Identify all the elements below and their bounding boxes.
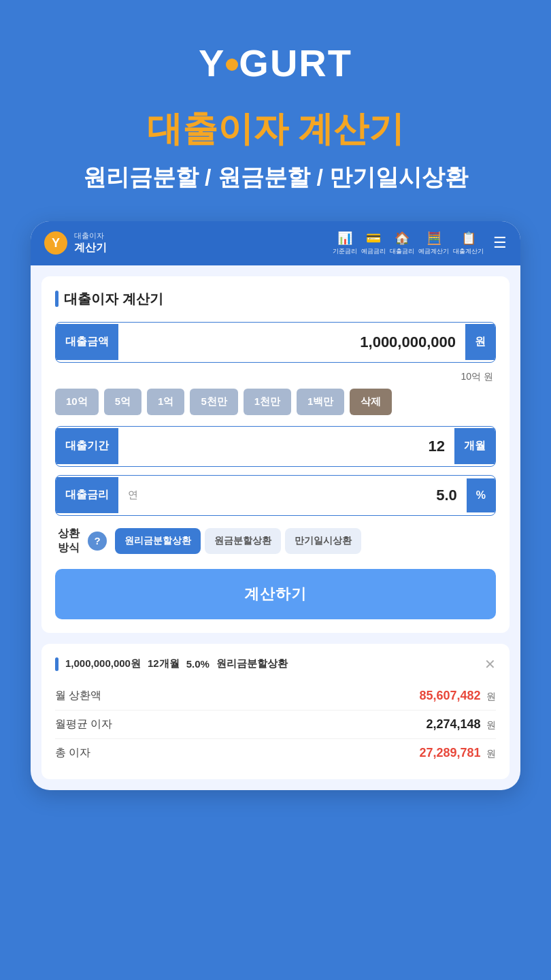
loan-calc-label: 대출계산기 — [453, 247, 484, 256]
result-section: 1,000,000,000원 12개월 5.0% 원리금분할상환 ✕ 월 상환액… — [41, 644, 510, 779]
amount-label: 대출금액 — [56, 324, 118, 360]
period-row: 대출기간 개월 — [55, 426, 496, 467]
repayment-help-button[interactable]: ? — [88, 532, 107, 551]
result-value-total-interest: 27,289,781 — [419, 746, 480, 760]
result-label-monthly: 월 상환액 — [55, 689, 101, 703]
calculate-button[interactable]: 계산하기 — [55, 569, 496, 619]
amount-row: 대출금액 원 — [55, 322, 496, 363]
quick-btn-5chun[interactable]: 5천만 — [190, 389, 237, 415]
result-summary-amount: 1,000,000,000원 — [65, 657, 141, 670]
result-summary-period: 12개월 — [148, 657, 180, 670]
card: Y 대출이자 계산기 📊 기준금리 💳 예금금리 🏠 대출금리 🧮 예금계산기 — [31, 221, 520, 790]
amount-input[interactable] — [118, 323, 465, 362]
quick-btn-1baek[interactable]: 1백만 — [297, 389, 344, 415]
main-title: 대출이자 계산기 — [83, 105, 469, 153]
logo: YGURT — [199, 41, 352, 85]
quick-btn-delete[interactable]: 삭제 — [350, 389, 392, 415]
repayment-label: 상환 방식 — [58, 527, 80, 555]
logo-section: YGURT — [199, 41, 352, 85]
amount-unit: 원 — [465, 324, 495, 360]
app-header-left: Y 대출이자 계산기 — [44, 231, 107, 255]
title-section: 대출이자 계산기 원리금분할 / 원금분할 / 만기일시상환 — [56, 105, 496, 194]
result-unit-monthly: 원 — [486, 691, 496, 702]
rate-label: 대출금리 — [56, 477, 118, 513]
result-row-avg-interest: 월평균 이자 2,274,148 원 — [55, 710, 496, 739]
period-label: 대출기간 — [56, 428, 118, 464]
result-summary-rate: 5.0% — [186, 658, 210, 670]
repay-opt-principal-interest[interactable]: 원리금분할상환 — [115, 528, 201, 554]
result-unit-total-interest: 원 — [486, 748, 496, 759]
deposit-rate-label: 예금금리 — [361, 247, 386, 256]
result-summary-type: 원리금분할상환 — [216, 657, 288, 670]
app-logo-mini: Y — [44, 231, 67, 255]
repay-opt-maturity[interactable]: 만기일시상환 — [285, 528, 361, 554]
quick-btn-5eok[interactable]: 5억 — [104, 389, 141, 415]
base-rate-label: 기준금리 — [333, 247, 357, 256]
interest-inner: 연 — [118, 476, 467, 515]
quick-btn-1eok[interactable]: 1억 — [147, 389, 184, 415]
nav-icon-base-rate[interactable]: 📊 기준금리 — [333, 231, 357, 256]
deposit-calc-label: 예금계산기 — [418, 247, 449, 256]
app-header-icons: 📊 기준금리 💳 예금금리 🏠 대출금리 🧮 예금계산기 📋 대출계산기 ☰ — [333, 231, 507, 256]
section-title: 대출이자 계산기 — [55, 290, 496, 308]
result-value-avg-interest: 2,274,148 — [426, 717, 480, 731]
deposit-rate-icon: 💳 — [366, 231, 381, 246]
repayment-row: 상환 방식 ? 원리금분할상환 원금분할상환 만기일시상환 — [55, 527, 496, 555]
quick-btn-10eok[interactable]: 10억 — [55, 389, 99, 415]
repay-opt-principal[interactable]: 원금분할상환 — [205, 528, 281, 554]
base-rate-icon: 📊 — [337, 231, 352, 246]
rate-unit: % — [467, 478, 495, 512]
result-unit-avg-interest: 원 — [486, 719, 496, 730]
result-row-total-interest: 총 이자 27,289,781 원 — [55, 739, 496, 767]
result-bar — [55, 657, 59, 671]
amount-hint: 10억 원 — [55, 371, 496, 383]
loan-rate-icon: 🏠 — [395, 231, 410, 246]
period-unit: 개월 — [454, 428, 495, 464]
result-label-total-interest: 총 이자 — [55, 746, 90, 760]
nav-icon-loan-rate[interactable]: 🏠 대출금리 — [390, 231, 414, 256]
app-title-mini: 대출이자 계산기 — [74, 231, 107, 255]
repayment-options: 원리금분할상환 원금분할상환 만기일시상환 — [115, 528, 361, 554]
nav-icon-loan-calc[interactable]: 📋 대출계산기 — [453, 231, 484, 256]
loan-calc-icon: 📋 — [461, 231, 476, 246]
inner-content: 대출이자 계산기 대출금액 원 10억 원 10억 5억 1억 5천만 1천만 … — [41, 276, 510, 633]
app-header: Y 대출이자 계산기 📊 기준금리 💳 예금금리 🏠 대출금리 🧮 예금계산기 — [31, 221, 520, 265]
loan-rate-label: 대출금리 — [390, 247, 414, 256]
rate-row: 대출금리 연 % — [55, 475, 496, 516]
rate-prefix: 연 — [118, 489, 138, 502]
result-close-button[interactable]: ✕ — [484, 656, 496, 672]
deposit-calc-icon: 🧮 — [427, 231, 441, 246]
period-input[interactable] — [118, 427, 454, 466]
rate-input[interactable] — [138, 476, 467, 515]
result-value-monthly: 85,607,482 — [419, 689, 480, 702]
result-label-avg-interest: 월평균 이자 — [55, 717, 112, 732]
result-header: 1,000,000,000원 12개월 5.0% 원리금분할상환 ✕ — [55, 656, 496, 672]
quick-btn-1chun[interactable]: 1천만 — [244, 389, 291, 415]
hamburger-menu[interactable]: ☰ — [493, 234, 507, 252]
result-row-monthly: 월 상환액 85,607,482 원 — [55, 682, 496, 710]
sub-title: 원리금분할 / 원금분할 / 만기일시상환 — [83, 161, 469, 194]
section-title-bar — [55, 291, 59, 307]
nav-icon-deposit-rate[interactable]: 💳 예금금리 — [361, 231, 386, 256]
logo-dot — [226, 59, 238, 71]
nav-icon-deposit-calc[interactable]: 🧮 예금계산기 — [418, 231, 449, 256]
quick-buttons: 10억 5억 1억 5천만 1천만 1백만 삭제 — [55, 389, 496, 415]
